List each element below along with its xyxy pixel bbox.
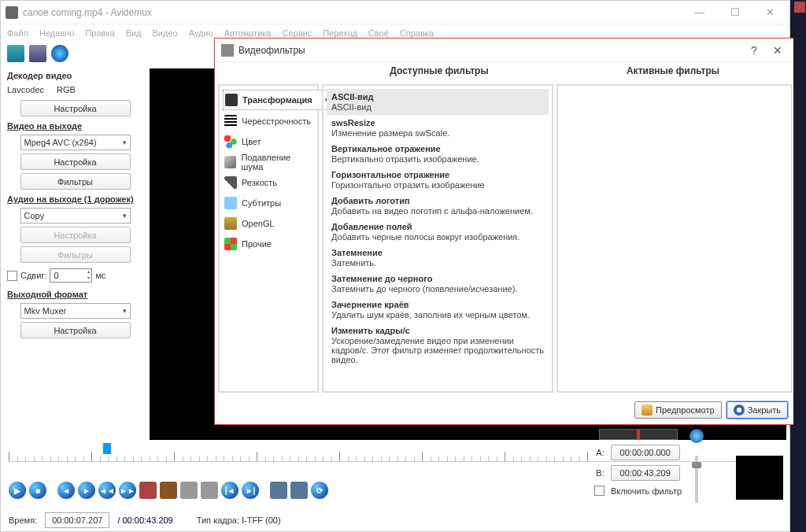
filter-item[interactable]: Изменить кадры/сУскорение/замедление вид… (327, 323, 549, 368)
decoder-header: Декодер видео (7, 71, 143, 80)
muxer-configure-button[interactable]: Настройка (20, 322, 131, 338)
filter-item[interactable]: ASCII-видASCII-вид (327, 89, 549, 115)
cat-sharp[interactable]: Резкость (223, 172, 314, 193)
cat-interlace[interactable]: Чересстрочность (223, 111, 314, 131)
video-filters-button[interactable]: Фильтры (20, 173, 131, 190)
filter-item[interactable]: Затемнение до черногоЗатемнить до черног… (327, 271, 549, 297)
extra2-button[interactable] (290, 482, 308, 499)
cat-misc[interactable]: Прочие (223, 234, 314, 254)
menu-audio[interactable]: Аудио (189, 28, 213, 38)
time-label: Время: (9, 515, 37, 525)
cat-opengl[interactable]: OpenGL (223, 213, 314, 234)
noise-icon (224, 156, 236, 168)
stop-button[interactable]: ■ (29, 482, 46, 499)
black2-button[interactable] (201, 482, 218, 499)
time-current[interactable]: 00:00:07.207 (45, 512, 109, 528)
decoder-cs: RGB (57, 85, 76, 94)
titlebar[interactable]: canoe coming.mp4 - Avidemux — ☐ ✕ (1, 1, 789, 24)
filter-item[interactable]: ЗатемнениеЗатемнить. (327, 245, 549, 271)
active-filters-list[interactable] (556, 84, 793, 393)
dialog-help-button[interactable]: ? (742, 44, 766, 57)
thumbnail (736, 456, 783, 500)
speaker-icon[interactable] (690, 429, 704, 443)
shift-checkbox[interactable] (7, 271, 17, 281)
tray-icon[interactable] (794, 2, 805, 13)
save-icon[interactable] (29, 45, 46, 62)
cat-subs[interactable]: Субтитры (223, 193, 314, 213)
cat-noise[interactable]: Подавление шума (223, 152, 314, 172)
b-time[interactable]: 00:00:43.209 (611, 465, 680, 481)
menu-go[interactable]: Переход (323, 28, 357, 38)
desktop-edge (793, 0, 806, 532)
menu-view[interactable]: Вид (126, 28, 142, 38)
playhead[interactable] (103, 443, 111, 454)
right-panel: A:00:00:00.000 B:00:00:43.209 Включить ф… (594, 429, 783, 515)
menu-tools[interactable]: Сервис (282, 28, 312, 38)
transform-icon (225, 94, 238, 106)
audio-codec-select[interactable]: Copy (20, 208, 131, 224)
first-frame-button[interactable]: |◄ (221, 482, 238, 499)
filter-item[interactable]: Добавление полейДобавить черные полосы в… (327, 219, 549, 245)
audio-out-header: Аудио на выходе (1 дорожек) (7, 194, 143, 204)
extra3-button[interactable]: ⟳ (311, 482, 328, 499)
black-button[interactable] (180, 482, 198, 499)
next-frame-button[interactable]: ► (78, 482, 95, 499)
interlace-icon (224, 115, 237, 127)
output-format-header: Выходной формат (7, 290, 143, 299)
cat-transform[interactable]: Трансформация (223, 90, 333, 110)
filter-item[interactable]: Добавить логотипДобавить на видео логоти… (327, 193, 549, 219)
volume-slider[interactable] (695, 456, 698, 503)
filter-name: Зачернение краёв (331, 300, 544, 309)
play-button[interactable]: ▶ (9, 482, 26, 499)
menu-help[interactable]: Справка (400, 28, 434, 38)
filter-item[interactable]: Зачернение краёвУдалить шум краёв, запол… (327, 297, 549, 323)
info-icon[interactable] (51, 45, 68, 62)
cat-color[interactable]: Цвет (223, 131, 314, 152)
menu-edit[interactable]: Правка (85, 28, 114, 38)
enable-filter-checkbox[interactable] (594, 486, 604, 496)
app-icon (6, 6, 18, 19)
menu-recent[interactable]: Недавно (39, 28, 74, 38)
filter-item[interactable]: swsResizeИзменение размера swScale. (327, 115, 549, 141)
last-frame-button[interactable]: ►| (242, 482, 259, 499)
filter-desc: Ускорение/замедление видео при изменении… (331, 336, 544, 364)
available-header: Доступные фильтры (324, 65, 555, 76)
extra1-button[interactable] (270, 482, 287, 499)
open-icon[interactable] (7, 45, 24, 62)
a-time[interactable]: 00:00:00.000 (611, 445, 680, 460)
dialog-close-button[interactable]: ✕ (766, 44, 789, 57)
minimize-button[interactable]: — (682, 1, 717, 24)
filter-name: swsResize (331, 118, 544, 127)
mark-a-button[interactable] (139, 482, 157, 499)
menu-file[interactable]: Файл (7, 28, 28, 38)
available-filters-list[interactable]: ASCII-видASCII-видswsResizeИзменение раз… (322, 84, 553, 393)
close-dialog-button[interactable]: Закрыть (727, 401, 788, 419)
video-codec-select[interactable]: Mpeg4 AVC (x264) (20, 135, 131, 150)
menu-custom[interactable]: Своё (368, 28, 389, 38)
mark-b-button[interactable] (160, 482, 177, 499)
subs-icon (224, 197, 237, 209)
shift-input[interactable]: 0 (50, 268, 92, 283)
next-key-button[interactable]: ►► (119, 482, 136, 499)
audio-filters-button: Фильтры (20, 246, 131, 263)
window-title: canoe coming.mp4 - Avidemux (23, 7, 682, 18)
volume-bar[interactable] (599, 429, 678, 440)
close-button[interactable]: ✕ (752, 1, 788, 24)
prev-key-button[interactable]: ◄◄ (98, 482, 116, 499)
menu-video[interactable]: Видео (153, 28, 178, 38)
filter-name: Горизонтальное отражение (331, 170, 544, 179)
video-configure-button[interactable]: Настройка (20, 153, 131, 170)
prev-frame-button[interactable]: ◄ (57, 482, 75, 499)
misc-icon (224, 238, 237, 250)
filter-item[interactable]: Вертикальное отражениеВертикально отрази… (327, 141, 549, 167)
preview-button[interactable]: Предпросмотр (634, 401, 722, 419)
filter-item[interactable]: Горизонтальное отражениеГоризонтально от… (327, 167, 549, 193)
video-filters-dialog: Видеофильтры ? ✕ Доступные фильтры Актив… (214, 38, 797, 425)
decoder-name: Lavcodec (7, 85, 44, 94)
menu-auto[interactable]: Автоматика (224, 28, 272, 38)
muxer-select[interactable]: Mkv Muxer (20, 303, 131, 319)
dialog-titlebar[interactable]: Видеофильтры ? ✕ (215, 39, 796, 62)
decoder-configure-button[interactable]: Настройка (20, 100, 131, 116)
maximize-button[interactable]: ☐ (717, 1, 752, 24)
filter-name: Добавление полей (331, 222, 544, 231)
